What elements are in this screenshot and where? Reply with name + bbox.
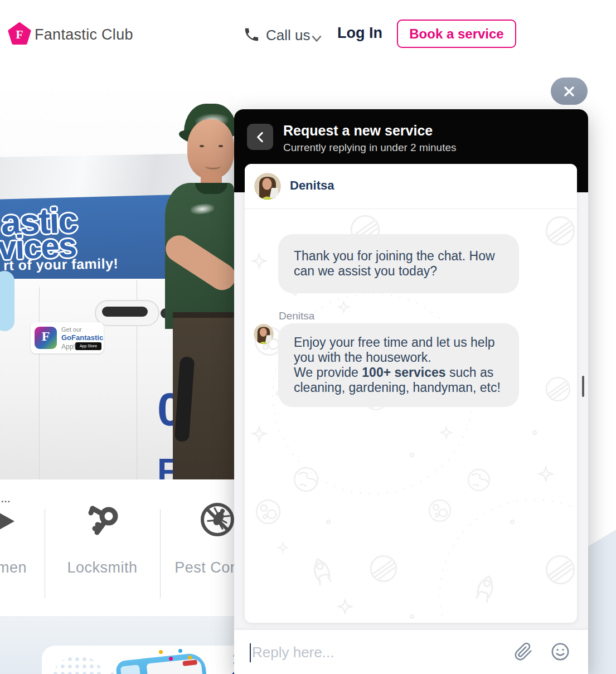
chat-conversation-card: Denitsa (245, 164, 577, 623)
message-area: Thank you for joining the chat. How can … (245, 210, 577, 623)
chat-close-button[interactable] (551, 77, 588, 105)
confetti-dot (188, 656, 192, 660)
van-seam (39, 287, 40, 479)
service-item-locksmith[interactable]: Locksmith (45, 479, 160, 616)
chat-reply-bar (234, 630, 588, 674)
service-label: Locksmith (45, 559, 160, 576)
no-bug-icon (200, 502, 235, 537)
agent-header: Denitsa (245, 164, 577, 209)
agent-avatar (254, 324, 274, 344)
login-link[interactable]: Log In (337, 25, 382, 42)
chat-title: Request a new service (283, 123, 433, 139)
door-handle (102, 307, 148, 317)
confetti-dot (178, 649, 182, 653)
message-line: Enjoy your free time and let us help you… (294, 335, 503, 365)
app-badge-line1: Get our (61, 326, 82, 333)
chat-message: Enjoy your free time and let us help you… (278, 323, 519, 407)
chat-widget: Request a new service Currently replying… (234, 109, 588, 674)
fantastic-club-logo[interactable]: F (8, 22, 31, 46)
illustration-van (115, 652, 208, 674)
chat-back-button[interactable] (247, 124, 273, 150)
hero-photo: astic ★ vices rt of your family! 0 Fo F … (0, 67, 234, 479)
technician-eye (200, 145, 204, 147)
svg-text:F: F (16, 28, 23, 41)
confetti-dot (169, 657, 173, 661)
brand-name[interactable]: Fantastic Club (35, 26, 133, 43)
site-header: F Fantastic Club Call us Log In Book a s… (0, 0, 616, 70)
technician-smile (205, 163, 221, 169)
next-section-edge (588, 530, 616, 674)
partial-service-icon (0, 505, 14, 537)
chat-scrollbar[interactable] (582, 376, 584, 397)
gofantastic-app-icon: F (35, 327, 57, 349)
emoji-icon[interactable] (551, 642, 570, 661)
reply-input[interactable] (252, 640, 497, 665)
van-tagline: rt of your family! (3, 255, 119, 274)
app-badge-line2: GoFantastic (61, 333, 103, 342)
app-badge-line3: App! (61, 343, 75, 351)
close-icon (562, 85, 576, 98)
technician-eye (219, 145, 223, 147)
book-a-service-button[interactable]: Book a service (397, 20, 516, 48)
phone-icon (243, 26, 260, 43)
text-cursor (250, 643, 251, 662)
van-wave-graphic (0, 271, 14, 331)
gofantastic-app-badge: F Get our GoFantastic App! App Store (31, 322, 104, 353)
service-item-partial[interactable]: men (0, 559, 27, 576)
message-line: We provide 100+ services such as cleanin… (294, 365, 503, 395)
call-us-dropdown[interactable]: Call us (243, 25, 327, 47)
technician-face (187, 119, 234, 178)
keys-icon (83, 501, 123, 541)
attachment-icon[interactable] (514, 642, 533, 661)
partial-service-dots: ... (1, 494, 11, 505)
app-store-badge: App Store (75, 342, 101, 350)
confetti-dot (159, 650, 163, 654)
chevron-down-icon (309, 31, 324, 46)
agent-name: Denitsa (290, 178, 334, 193)
technician-belt (173, 312, 234, 318)
decor-dots (52, 656, 105, 674)
message-sender-label: Denitsa (279, 310, 314, 322)
chat-status: Currently replying in under 2 minutes (283, 142, 457, 154)
chevron-left-icon (253, 130, 268, 144)
chat-message: Thank you for joining the chat. How can … (278, 234, 519, 293)
call-us-label: Call us (266, 27, 310, 44)
agent-avatar (254, 173, 281, 200)
